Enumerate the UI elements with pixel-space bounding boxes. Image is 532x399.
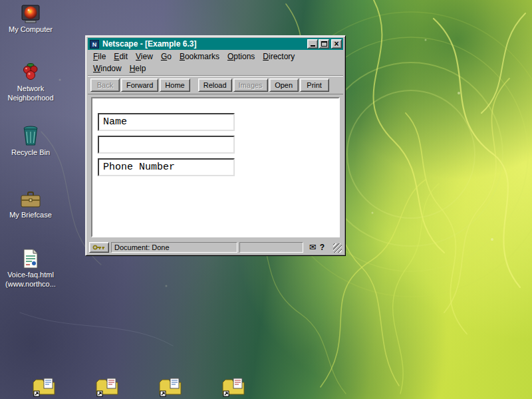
menu-bookmarks[interactable]: Bookmarks [176, 51, 223, 62]
menu-bar: File Edit View Go Bookmarks Options Dire… [88, 50, 343, 74]
desktop-icon-folder-1[interactable] [17, 376, 70, 398]
progress-panel [239, 242, 303, 253]
menu-window[interactable]: Window [89, 63, 126, 74]
menu-file[interactable]: File [89, 51, 110, 62]
maximize-button[interactable] [319, 39, 329, 49]
menu-edit[interactable]: Edit [110, 51, 132, 62]
menu-row-1: File Edit View Go Bookmarks Options Dire… [89, 51, 342, 63]
home-button[interactable]: Home [160, 78, 190, 92]
empty-input[interactable] [98, 136, 235, 154]
desktop-icon-folder-2[interactable] [80, 376, 134, 398]
menu-options[interactable]: Options [223, 51, 259, 62]
desktop: My Computer Network Neighborhood Recycle… [0, 0, 532, 399]
close-button[interactable]: × [331, 39, 342, 49]
phone-input[interactable] [98, 158, 235, 176]
desktop-icon-label: My Briefcase [3, 211, 59, 220]
menu-directory[interactable]: Directory [259, 51, 299, 62]
menu-row-2: Window Help [89, 63, 342, 74]
toolbar: Back Forward Home Reload Images Open Pri… [88, 76, 343, 94]
menu-view[interactable]: View [132, 51, 157, 62]
folder-icon [80, 376, 134, 398]
folder-icon [17, 376, 70, 398]
titlebar[interactable]: N Netscape - [Example 6.3] × [88, 38, 343, 50]
maximize-icon [321, 41, 327, 47]
menu-go[interactable]: Go [157, 51, 176, 62]
forward-button[interactable]: Forward [121, 78, 158, 92]
window-title: Netscape - [Example 6.3] [102, 39, 307, 49]
images-button[interactable]: Images [233, 78, 268, 92]
name-input[interactable] [98, 113, 235, 131]
print-button[interactable]: Print [300, 78, 329, 92]
security-key-icon [92, 244, 106, 251]
netscape-window: N Netscape - [Example 6.3] × File Edit V… [85, 35, 346, 256]
status-message: Document: Done [111, 242, 237, 253]
minimize-icon [311, 45, 315, 47]
desktop-icon-folder-4[interactable] [207, 376, 260, 398]
desktop-icon-voice-faq[interactable]: Voice-faq.html (www.northco... [1, 247, 60, 289]
status-bar: Document: Done ✉ ? [88, 240, 343, 253]
folder-icon [144, 376, 197, 398]
html-document-icon [1, 247, 60, 269]
recycle-bin-icon [4, 125, 57, 146]
menu-help[interactable]: Help [126, 63, 150, 74]
open-button[interactable]: Open [269, 78, 299, 92]
browser-page-content [91, 97, 340, 237]
help-icon[interactable]: ? [320, 243, 325, 252]
my-briefcase-icon [3, 188, 59, 209]
my-computer-icon [4, 2, 57, 23]
mail-icon[interactable]: ✉ [309, 242, 317, 253]
desktop-icon-label: Recycle Bin [4, 148, 57, 158]
desktop-icon-label: Network Neighborhood [1, 84, 61, 103]
desktop-icon-network-neighborhood[interactable]: Network Neighborhood [1, 61, 61, 103]
network-neighborhood-icon [1, 61, 61, 82]
back-button[interactable]: Back [90, 78, 120, 92]
minimize-button[interactable] [307, 39, 318, 49]
desktop-icon-recycle-bin[interactable]: Recycle Bin [4, 125, 57, 158]
close-icon: × [334, 41, 338, 48]
desktop-icon-folder-3[interactable] [144, 376, 197, 398]
folder-icon [207, 376, 260, 398]
reload-button[interactable]: Reload [198, 78, 232, 92]
netscape-app-icon: N [90, 40, 99, 49]
resize-grip[interactable] [333, 243, 342, 253]
desktop-icon-label: My Computer [4, 25, 57, 35]
desktop-icon-my-briefcase[interactable]: My Briefcase [3, 188, 59, 220]
desktop-icon-my-computer[interactable]: My Computer [4, 2, 57, 35]
security-key-button[interactable] [89, 242, 109, 253]
desktop-icon-label: Voice-faq.html (www.northco... [1, 271, 60, 289]
